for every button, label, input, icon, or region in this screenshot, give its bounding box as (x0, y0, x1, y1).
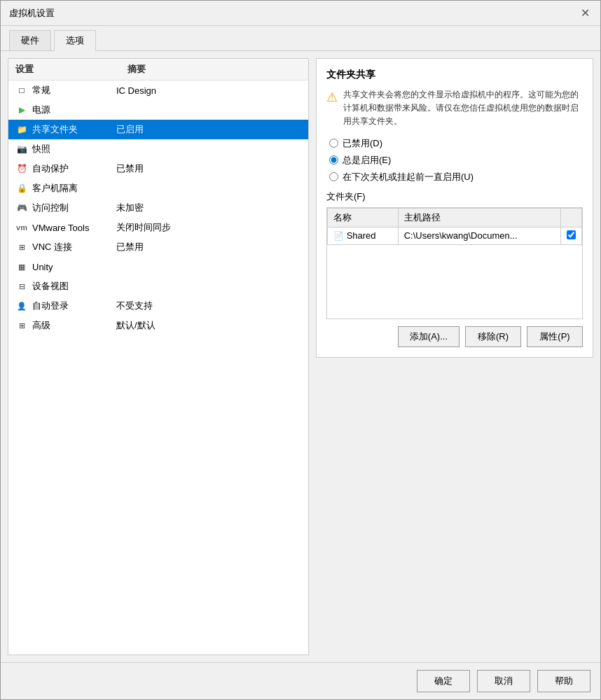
clock-icon: ⏰ (15, 162, 28, 175)
sidebar-label-unity: Unity (32, 262, 116, 272)
access-control-icon: 🎮 (15, 202, 28, 214)
remove-folder-button[interactable]: 移除(R) (465, 326, 521, 347)
folder-table-container: 名称 主机路径 📄 Shared (326, 207, 583, 319)
sidebar-item-advanced[interactable]: ⊞ 高级 默认/默认 (8, 316, 308, 335)
title-bar: 虚拟机设置 ✕ (1, 1, 600, 26)
folder-list-section: 文件夹(F) 名称 主机路径 (326, 190, 583, 347)
vmware-tools-icon: vm (15, 221, 28, 234)
folder-section-title: 文件夹(F) (326, 190, 583, 203)
folder-share-icon: 📁 (15, 123, 28, 136)
sidebar-label-device-view: 设备视图 (32, 280, 116, 293)
folder-checkbox[interactable] (567, 230, 576, 239)
sidebar-item-device-view[interactable]: ⊟ 设备视图 (8, 276, 308, 296)
main-content: 设置 摘要 □ 常规 IC Design ▶ 电源 📁 共享文件夹 已启用 📷 (1, 51, 600, 662)
warning-box: ⚠ 共享文件夹会将您的文件显示给虚拟机中的程序。这可能为您的计算机和数据带来风险… (326, 88, 583, 129)
folder-checkbox-cell[interactable] (561, 227, 582, 244)
settings-list-header: 设置 摘要 (8, 59, 308, 80)
monitor-icon: □ (15, 84, 28, 97)
radio-disabled-label: 已禁用(D) (343, 137, 382, 150)
help-button[interactable]: 帮助 (537, 670, 590, 692)
sidebar-item-power[interactable]: ▶ 电源 (8, 100, 308, 120)
tabs-bar: 硬件 选项 (1, 26, 600, 51)
sidebar-label-power: 电源 (32, 104, 116, 116)
device-view-icon: ⊟ (15, 280, 28, 293)
folder-table: 名称 主机路径 📄 Shared (327, 208, 582, 245)
sidebar-label-shared-folders: 共享文件夹 (32, 123, 116, 136)
dialog-title: 虚拟机设置 (9, 7, 55, 20)
advanced-icon: ⊞ (15, 319, 28, 332)
sidebar-item-vnc[interactable]: ⊞ VNC 连接 已禁用 (8, 237, 308, 257)
vnc-icon: ⊞ (15, 241, 28, 253)
sidebar-item-guest-isolation[interactable]: 🔒 客户机隔离 (8, 178, 308, 198)
sidebar-label-general: 常规 (32, 84, 116, 97)
auto-login-icon: 👤 (15, 300, 28, 312)
radio-next-shutdown[interactable]: 在下次关机或挂起前一直启用(U) (329, 171, 583, 183)
section-title: 文件夹共享 (326, 69, 583, 81)
dialog: 虚拟机设置 ✕ 硬件 选项 设置 摘要 □ 常规 IC Design ▶ 电源 (0, 0, 601, 700)
tab-hardware[interactable]: 硬件 (9, 30, 51, 50)
radio-disabled-input[interactable] (329, 139, 338, 148)
sidebar-item-snapshots[interactable]: 📷 快照 (8, 139, 308, 159)
bottom-bar: 确定 取消 帮助 (1, 662, 600, 699)
radio-disabled[interactable]: 已禁用(D) (329, 137, 583, 150)
sidebar-value-access-control: 未加密 (116, 202, 301, 214)
lock-icon: 🔒 (15, 182, 28, 195)
sidebar-label-auto-protect: 自动保护 (32, 162, 116, 175)
sidebar-label-vmware-tools: VMware Tools (32, 223, 116, 233)
radio-always-on-input[interactable] (329, 155, 338, 164)
folder-icon: 📄 (333, 231, 344, 241)
power-icon: ▶ (15, 104, 28, 116)
warning-icon: ⚠ (326, 90, 338, 129)
sidebar-item-auto-login[interactable]: 👤 自动登录 不受支持 (8, 296, 308, 316)
col-header-check (561, 208, 582, 227)
sidebar-item-general[interactable]: □ 常规 IC Design (8, 80, 308, 100)
radio-always-on[interactable]: 总是启用(E) (329, 154, 583, 167)
radio-next-shutdown-label: 在下次关机或挂起前一直启用(U) (343, 171, 474, 183)
sidebar-item-vmware-tools[interactable]: vm VMware Tools 关闭时间同步 (8, 218, 308, 237)
settings-list-panel: 设置 摘要 □ 常规 IC Design ▶ 电源 📁 共享文件夹 已启用 📷 (8, 58, 309, 655)
sidebar-label-auto-login: 自动登录 (32, 300, 116, 312)
sidebar-label-advanced: 高级 (32, 319, 116, 332)
col-header-path: 主机路径 (398, 208, 560, 227)
header-summary: 摘要 (127, 63, 301, 76)
sidebar-item-access-control[interactable]: 🎮 访问控制 未加密 (8, 198, 308, 218)
sidebar-value-vnc: 已禁用 (116, 241, 301, 253)
unity-icon: ▦ (15, 260, 28, 273)
sidebar-label-vnc: VNC 连接 (32, 241, 116, 253)
sidebar-value-general: IC Design (116, 85, 301, 96)
cancel-button[interactable]: 取消 (477, 670, 530, 692)
sidebar-value-shared-folders: 已启用 (116, 123, 301, 136)
table-row[interactable]: 📄 Shared C:\Users\kwang\Documen... (328, 227, 582, 244)
close-button[interactable]: ✕ (578, 6, 592, 20)
folder-name-text: Shared (347, 230, 376, 241)
sidebar-item-shared-folders[interactable]: 📁 共享文件夹 已启用 (8, 120, 308, 139)
radio-next-shutdown-input[interactable] (329, 172, 338, 181)
tab-options[interactable]: 选项 (54, 30, 96, 51)
sidebar-value-auto-protect: 已禁用 (116, 162, 301, 175)
folder-sharing-section: 文件夹共享 ⚠ 共享文件夹会将您的文件显示给虚拟机中的程序。这可能为您的计算机和… (316, 58, 593, 358)
sidebar-label-snapshots: 快照 (32, 143, 116, 155)
sidebar-label-access-control: 访问控制 (32, 202, 116, 214)
sidebar-value-advanced: 默认/默认 (116, 319, 301, 332)
radio-always-on-label: 总是启用(E) (343, 154, 391, 167)
sharing-mode-group: 已禁用(D) 总是启用(E) 在下次关机或挂起前一直启用(U) (329, 137, 583, 183)
sidebar-value-vmware-tools: 关闭时间同步 (116, 221, 301, 234)
folder-name-cell: 📄 Shared (328, 227, 399, 244)
warning-text: 共享文件夹会将您的文件显示给虚拟机中的程序。这可能为您的计算机和数据带来风险。请… (343, 88, 583, 129)
sidebar-item-auto-protect[interactable]: ⏰ 自动保护 已禁用 (8, 159, 308, 178)
sidebar-item-unity[interactable]: ▦ Unity (8, 257, 308, 276)
sidebar-label-guest-isolation: 客户机隔离 (32, 182, 116, 195)
col-header-name: 名称 (328, 208, 399, 227)
ok-button[interactable]: 确定 (417, 670, 470, 692)
folder-action-buttons: 添加(A)... 移除(R) 属性(P) (326, 326, 583, 347)
add-folder-button[interactable]: 添加(A)... (398, 326, 460, 347)
properties-button[interactable]: 属性(P) (527, 326, 583, 347)
right-panel: 文件夹共享 ⚠ 共享文件夹会将您的文件显示给虚拟机中的程序。这可能为您的计算机和… (316, 58, 593, 655)
camera-icon: 📷 (15, 143, 28, 155)
sidebar-value-auto-login: 不受支持 (116, 300, 301, 312)
header-settings: 设置 (15, 63, 127, 76)
folder-path-cell: C:\Users\kwang\Documen... (398, 227, 560, 244)
